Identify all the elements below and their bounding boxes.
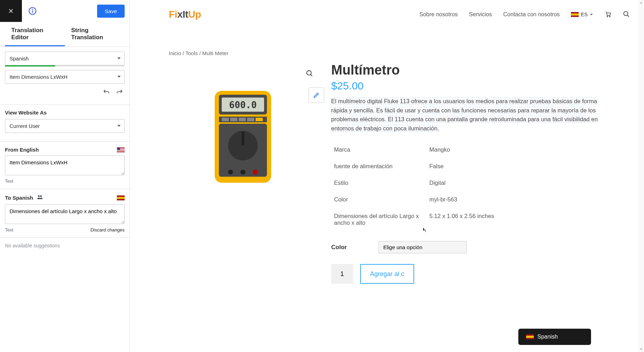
- sidebar-tabs: Translation Editor String Translation: [0, 22, 130, 47]
- add-to-cart-row: Agregar al c: [331, 264, 605, 284]
- svg-point-7: [307, 71, 311, 75]
- site-header: FixItUp Sobre nosotros Servicios Contact…: [130, 0, 644, 29]
- product-attributes: MarcaMangko fuente de alimentaciónFalse …: [331, 141, 605, 231]
- tab-translation-editor[interactable]: Translation Editor: [5, 22, 65, 46]
- svg-text:600.0: 600.0: [229, 100, 257, 110]
- attr-row: fuente de alimentaciónFalse: [331, 158, 605, 175]
- cart-icon[interactable]: [604, 11, 612, 19]
- product-description[interactable]: El multímetro digital Fluke 113 ofrece a…: [331, 97, 605, 133]
- from-label: From English: [5, 147, 39, 153]
- translation-input[interactable]: Dimensiones del artículo Largo x ancho x…: [5, 204, 125, 224]
- svg-point-3: [40, 195, 42, 197]
- svg-point-6: [624, 11, 628, 16]
- people-icon: [37, 194, 43, 201]
- scroll-up-icon[interactable]: [638, 0, 644, 6]
- svg-point-22: [240, 170, 245, 175]
- target-type-label: Text: [5, 227, 13, 233]
- product-price: $25.00: [331, 80, 605, 92]
- search-icon[interactable]: [623, 11, 630, 19]
- variation-select[interactable]: Elige una opción: [378, 241, 467, 253]
- flag-es-icon: [526, 334, 534, 339]
- no-suggestions-text: No available suggestions: [0, 237, 130, 253]
- view-as-title: View Website As: [0, 104, 130, 119]
- info-icon: [28, 6, 37, 16]
- main-nav: Sobre nosotros Servicios Contacta con no…: [419, 11, 630, 19]
- site-logo[interactable]: FixItUp: [169, 9, 201, 20]
- attr-row: Colormyl-br-563: [331, 191, 605, 208]
- quantity-input[interactable]: [331, 264, 353, 284]
- save-button[interactable]: Save: [97, 5, 125, 18]
- close-icon: [7, 7, 14, 14]
- variation-row: Color Elige una opción: [331, 241, 605, 253]
- nav-language-switcher[interactable]: ES: [571, 12, 593, 17]
- add-to-cart-button[interactable]: Agregar al c: [360, 264, 414, 284]
- from-language-row: From English: [0, 141, 130, 156]
- view-as-select[interactable]: Current User: [5, 119, 125, 133]
- discard-changes-link[interactable]: Discard changes: [90, 227, 125, 233]
- nav-about[interactable]: Sobre nosotros: [419, 11, 458, 18]
- svg-rect-17: [256, 118, 263, 121]
- svg-point-2: [38, 195, 40, 197]
- edit-translation-button[interactable]: [309, 87, 324, 103]
- breadcrumb[interactable]: Inicio / Tools / Multi Meter: [169, 50, 605, 56]
- svg-point-21: [228, 170, 233, 175]
- translation-progress: [5, 65, 125, 66]
- redo-icon[interactable]: [116, 89, 123, 96]
- source-type-label: Text: [5, 178, 13, 184]
- zoom-icon[interactable]: [306, 70, 314, 78]
- nav-services[interactable]: Servicios: [469, 11, 492, 18]
- undo-icon[interactable]: [103, 89, 110, 96]
- string-select[interactable]: Item Dimensions LxWxH: [5, 70, 125, 84]
- chevron-down-icon: [590, 12, 593, 17]
- multimeter-illustration: 600.0: [211, 89, 275, 184]
- language-select[interactable]: Spanish: [5, 52, 125, 65]
- translation-sidebar: Save Translation Editor String Translati…: [0, 0, 130, 352]
- svg-point-5: [609, 16, 610, 17]
- product-image[interactable]: 600.0: [169, 63, 317, 211]
- svg-rect-14: [230, 118, 237, 121]
- attr-row: EstiloDigital: [331, 175, 605, 191]
- flag-us-icon: [117, 147, 125, 152]
- product-title: Multímetro: [331, 63, 605, 78]
- floating-language-switcher[interactable]: Spanish: [518, 329, 591, 345]
- tab-string-translation[interactable]: String Translation: [65, 22, 125, 46]
- sidebar-top-bar: Save: [0, 0, 130, 22]
- attr-row: MarcaMangko: [331, 141, 605, 158]
- svg-rect-20: [242, 131, 244, 146]
- svg-point-1: [32, 9, 32, 10]
- svg-rect-16: [247, 118, 254, 121]
- attr-row: Dimensiones del artículo Largo x ancho x…: [331, 208, 605, 231]
- info-button[interactable]: [22, 6, 43, 16]
- language-panel: Spanish Item Dimensions LxWxH: [0, 47, 130, 104]
- source-text: Item Dimensions LxWxH: [5, 156, 125, 175]
- pencil-icon: [313, 92, 320, 99]
- svg-rect-13: [222, 118, 229, 121]
- site-preview: FixItUp Sobre nosotros Servicios Contact…: [130, 0, 644, 352]
- nav-contact[interactable]: Contacta con nosotros: [503, 11, 560, 18]
- flag-es-icon: [571, 12, 579, 17]
- svg-rect-15: [239, 118, 246, 121]
- flag-es-icon: [117, 195, 125, 200]
- variation-label: Color: [331, 244, 347, 251]
- scroll-down-icon[interactable]: [638, 346, 644, 352]
- app-scrollbar[interactable]: [638, 0, 644, 352]
- svg-point-4: [607, 16, 608, 17]
- to-language-row: To Spanish: [0, 189, 130, 204]
- svg-point-23: [253, 170, 258, 175]
- close-button[interactable]: [0, 0, 22, 22]
- product-info: Multímetro $25.00 El multímetro digital …: [331, 63, 605, 284]
- to-label: To Spanish: [5, 195, 33, 201]
